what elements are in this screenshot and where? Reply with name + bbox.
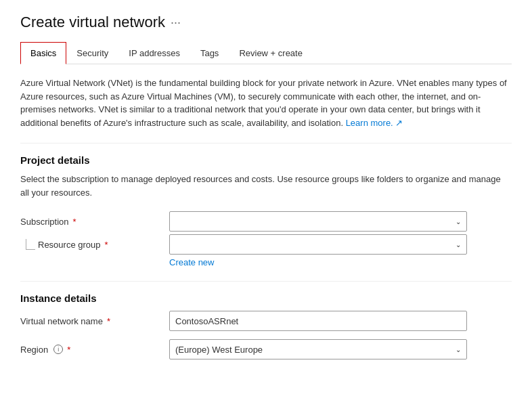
region-required: *: [67, 345, 70, 355]
tab-ip-addresses[interactable]: IP addresses: [118, 42, 190, 64]
region-row: Region i * (Europe) West Europe ⌄: [20, 339, 512, 359]
tab-bar: Basics Security IP addresses Tags Review…: [20, 42, 512, 64]
divider-1: [20, 143, 512, 144]
more-options-icon[interactable]: ···: [171, 16, 181, 30]
subscription-chevron-icon: ⌄: [456, 218, 461, 225]
project-description: Select the subscription to manage deploy…: [20, 173, 508, 199]
region-label: Region i *: [20, 345, 169, 355]
subscription-label: Subscription *: [20, 217, 169, 227]
tab-tags[interactable]: Tags: [190, 42, 229, 64]
learn-more-link[interactable]: Learn more. ↗: [346, 118, 403, 128]
tab-review-create[interactable]: Review + create: [229, 42, 313, 64]
region-chevron-icon: ⌄: [456, 346, 461, 353]
subscription-required: *: [73, 217, 76, 227]
vnet-name-required: *: [107, 316, 110, 326]
resource-group-dropdown[interactable]: ⌄: [169, 234, 467, 255]
tab-security[interactable]: Security: [66, 42, 118, 64]
resource-group-required: *: [105, 240, 108, 250]
instance-details-heading: Instance details: [20, 292, 512, 304]
subscription-row: Subscription * ⌄: [20, 211, 512, 232]
region-value: (Europe) West Europe: [175, 345, 263, 355]
tab-basics[interactable]: Basics: [20, 42, 66, 64]
resource-group-chevron-icon: ⌄: [456, 241, 461, 248]
vnet-name-label: Virtual network name *: [20, 316, 169, 326]
create-new-link[interactable]: Create new: [169, 257, 512, 267]
resource-group-label: Resource group *: [38, 240, 108, 250]
vnet-name-row: Virtual network name *: [20, 311, 512, 331]
vnet-description: Azure Virtual Network (VNet) is the fund…: [20, 77, 508, 129]
region-dropdown[interactable]: (Europe) West Europe ⌄: [169, 339, 467, 359]
divider-2: [20, 281, 512, 282]
subscription-dropdown[interactable]: ⌄: [169, 211, 467, 232]
external-link-icon: ↗: [395, 118, 403, 128]
vnet-name-input[interactable]: [169, 311, 467, 331]
region-info-icon[interactable]: i: [53, 345, 63, 354]
project-details-heading: Project details: [20, 154, 512, 166]
page-title: Create virtual network: [20, 14, 165, 31]
